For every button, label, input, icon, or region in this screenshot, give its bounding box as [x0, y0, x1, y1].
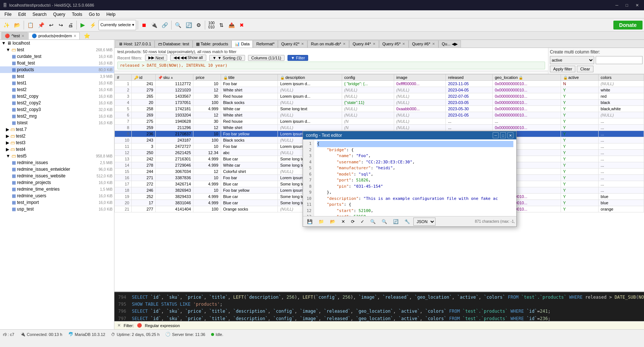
paste-btn[interactable]: 📌 [36, 20, 46, 30]
table-cell[interactable]: 0x00000000010... [492, 125, 561, 131]
table-cell[interactable]: 2621425 [156, 150, 193, 156]
table-cell[interactable]: (NULL) [598, 112, 644, 118]
table-cell[interactable]: Y [561, 187, 598, 194]
table-cell[interactable]: Y [561, 150, 598, 156]
sidebar-item-test7[interactable]: ▶ 🗃 test.7 [0, 126, 114, 133]
table-cell[interactable]: White shirt [221, 125, 278, 131]
table-cell[interactable]: 3426714 [156, 181, 193, 187]
minimize-button[interactable]: ─ [613, 2, 621, 8]
table-cell[interactable]: 1 [115, 81, 132, 87]
table-cell[interactable]: 30 [193, 118, 221, 125]
table-cell[interactable]: Y [561, 106, 598, 112]
table-cell[interactable]: 3829433 [156, 194, 193, 200]
sidebar-item-test2-mrg[interactable]: ▦ test2_mrg 16,0 KiB [0, 113, 114, 119]
table-cell[interactable]: 1742181 [156, 106, 193, 112]
table-cell[interactable]: 8 [115, 125, 132, 131]
table-cell[interactable]: 4 [115, 100, 132, 106]
table-cell[interactable]: 242 [132, 156, 156, 162]
table-cell[interactable]: White car [221, 162, 278, 169]
table-cell[interactable]: 2472727 [156, 143, 193, 150]
tab-database[interactable]: 🗃 Database: test [155, 40, 193, 48]
table-cell[interactable]: 2 [115, 87, 132, 93]
table-cell[interactable]: ... [598, 131, 644, 137]
sidebar-item-test-db[interactable]: ▼ 🗃 test 268,6 MiB [0, 46, 114, 53]
sidebar-item-redmine-issues-website[interactable]: ▦ redmine_issues_website 512,0 KiB [0, 173, 114, 179]
json-save-btn[interactable]: 💾 [304, 218, 315, 226]
table-cell[interactable]: 3 [132, 143, 156, 150]
table-cell[interactable]: 2023-01-05 [445, 112, 492, 118]
json-settings-btn[interactable]: 🔧 [402, 218, 413, 226]
table-cell[interactable]: Blue car [221, 181, 278, 187]
menu-query[interactable]: Query [50, 11, 68, 18]
tab-query5[interactable]: Query #5* ✕ [379, 40, 409, 48]
table-cell[interactable]: Foo bar yellow [221, 187, 278, 194]
table-cell[interactable]: (NULL) [394, 118, 445, 125]
table-cell[interactable]: orange [598, 206, 644, 212]
json-open-btn[interactable]: 📁 [316, 218, 327, 226]
table-row[interactable]: 6269193320412White shirt(NULL)(NULL)(NUL… [115, 112, 644, 118]
table-cell[interactable]: Y [561, 200, 598, 206]
col-colors[interactable]: colors [598, 74, 644, 81]
table-cell[interactable]: 0x00000000010... [492, 81, 561, 87]
json-refresh-btn[interactable]: ⟳ [348, 218, 357, 226]
table-cell[interactable]: 14 [115, 162, 132, 169]
table-cell[interactable]: 19 [115, 194, 132, 200]
table-cell[interactable]: 21 [115, 206, 132, 212]
next-button[interactable]: ▶▶ Next [145, 55, 167, 61]
table-cell[interactable]: 30 [193, 93, 221, 100]
sidebar-item-curdate_test[interactable]: ▦ curdate_test 16,0 KiB [0, 53, 114, 60]
col-geo[interactable]: geo_location🔒 [492, 74, 561, 81]
menu-edit[interactable]: Edit [15, 11, 29, 18]
table-cell[interactable]: 1933204 [156, 112, 193, 118]
session-tab-products[interactable]: 🔵 products|redmi|ern ✕ [28, 32, 80, 39]
table-cell[interactable]: Y [561, 125, 598, 131]
table-cell[interactable]: Y [561, 156, 598, 162]
tab-host[interactable]: 🖥 Host: 127.0.0.1 [115, 40, 155, 48]
table-cell[interactable]: (NULL) [342, 112, 394, 118]
table-cell[interactable]: Some long text [278, 106, 342, 112]
sidebar-item-test-import[interactable]: ▦ test_import 16,0 KiB [0, 199, 114, 206]
sidebar-item-tstest[interactable]: ▦ tstest 16,0 KiB [0, 119, 114, 126]
new-btn[interactable]: ✨ [1, 20, 11, 30]
disconnect-btn[interactable]: 🔗 [160, 20, 170, 30]
table-cell[interactable]: Y [561, 206, 598, 212]
table-cell[interactable]: 4.999 [193, 162, 221, 169]
table-cell[interactable]: 0x00000000010... [492, 87, 561, 93]
sidebar-item-test3[interactable]: ▶ 🗃 test3 [0, 139, 114, 146]
table-cell[interactable]: 272 [132, 181, 156, 187]
sidebar-item-redmine-users[interactable]: ▦ redmine_users 16,0 KiB [0, 192, 114, 199]
table-cell[interactable]: 6 [115, 112, 132, 118]
table-cell[interactable]: 279 [132, 87, 156, 93]
sort-btn[interactable]: ⇅ [217, 20, 226, 30]
table-cell[interactable]: 2023-04-05 [445, 87, 492, 93]
table-cell[interactable]: 17 [115, 181, 132, 187]
table-cell[interactable]: 12 [193, 125, 221, 131]
table-cell[interactable]: 16 [115, 175, 132, 181]
table-row[interactable]: 7275194062830Red houseLorem ipsum d...(N… [115, 118, 644, 125]
tab-run-multi-close[interactable]: ✕ [343, 42, 346, 46]
table-cell[interactable]: ... [598, 125, 644, 131]
table-cell[interactable]: (NULL) [278, 87, 342, 93]
table-cell[interactable]: ... [445, 125, 492, 131]
tab-query4-close[interactable]: ✕ [373, 42, 376, 46]
table-cell[interactable]: 12.34 [193, 150, 221, 156]
table-cell[interactable]: (NULL) [278, 125, 342, 131]
sidebar-item-test2-copy2[interactable]: ▦ test2_copy2 16,0 KiB [0, 100, 114, 106]
table-cell[interactable]: White shirt [221, 87, 278, 93]
sidebar-item-test2-copy3[interactable]: ▦ test2_copy3 32,0 KiB [0, 106, 114, 113]
table-cell[interactable]: (NULL) [278, 100, 342, 106]
col-active[interactable]: 🔒active [561, 74, 598, 81]
table-cell[interactable]: ... [598, 150, 644, 156]
close-button[interactable]: ✕ [633, 2, 641, 8]
refresh-btn[interactable]: 🔄 [184, 20, 194, 30]
table-cell[interactable]: 1221020 [156, 87, 193, 93]
copy-btn[interactable]: 📋 [25, 20, 35, 30]
sidebar-item-test-table[interactable]: ▦ test 3,9 MiB [0, 73, 114, 80]
table-cell[interactable]: (NULL) [394, 87, 445, 93]
table-cell[interactable]: 265 [132, 93, 156, 100]
json-clear-btn[interactable]: ✕ [339, 218, 348, 226]
json-load-btn[interactable]: 📂 [327, 218, 338, 226]
table-cell[interactable]: 278 [132, 162, 156, 169]
session-tab-products-close[interactable]: ✕ [73, 34, 76, 38]
table-cell[interactable]: 100 [193, 100, 221, 106]
